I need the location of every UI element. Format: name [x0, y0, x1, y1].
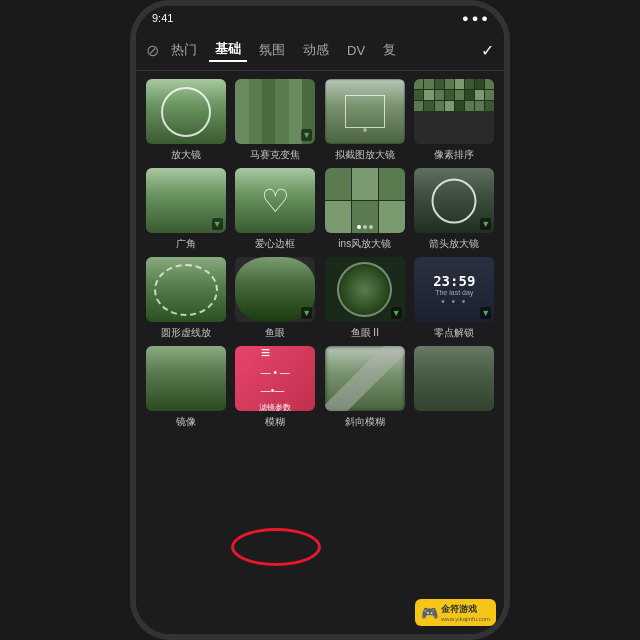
- filter-arrow-thumb: ▼: [414, 168, 494, 233]
- filter-empty-thumb: [414, 346, 494, 411]
- filter-tilt-label: 斜向模糊: [345, 415, 385, 429]
- tab-dv[interactable]: DV: [341, 41, 371, 60]
- filter-circle-dash-label: 圆形虚线放: [161, 326, 211, 340]
- filter-ins-label: ins风放大镜: [338, 237, 391, 251]
- filter-heart[interactable]: ♡ 爱心边框: [234, 168, 318, 251]
- blur-param-label: 滤镜参数: [259, 402, 291, 411]
- filter-crop-label: 拟截图放大镜: [335, 148, 395, 162]
- filter-wide[interactable]: ▼ 广角: [144, 168, 228, 251]
- disable-tab[interactable]: ⊘: [146, 41, 159, 60]
- download-icon2: ▼: [212, 218, 223, 230]
- phone-frame: 9:41 ● ● ● ⊘ 热门 基础 氛围 动感 DV 复 ✓ 放大镜: [130, 0, 510, 640]
- filter-fisheye2[interactable]: ▼ 鱼眼 II: [323, 257, 407, 340]
- filter-ins-thumb: [325, 168, 405, 233]
- filter-unlock-label: 零点解锁: [434, 326, 474, 340]
- filter-fisheye2-label: 鱼眼 II: [351, 326, 379, 340]
- filter-pixel[interactable]: 像素排序: [413, 79, 497, 162]
- filter-arrow-label: 箭头放大镜: [429, 237, 479, 251]
- filter-tabs: ⊘ 热门 基础 氛围 动感 DV 复 ✓: [136, 30, 504, 71]
- filter-mosaic[interactable]: ▼ 马赛克变焦: [234, 79, 318, 162]
- filter-magnify-label: 放大镜: [171, 148, 201, 162]
- tab-hot[interactable]: 热门: [165, 39, 203, 61]
- filter-pixel-thumb: [414, 79, 494, 144]
- download-icon3: ▼: [480, 218, 491, 230]
- filter-crop-thumb: [325, 79, 405, 144]
- filter-wide-label: 广角: [176, 237, 196, 251]
- filter-wide-thumb: ▼: [146, 168, 226, 233]
- status-right: ● ● ●: [462, 12, 488, 24]
- tab-basic[interactable]: 基础: [209, 38, 247, 62]
- clock-time: 23:59: [433, 273, 475, 289]
- filter-heart-thumb: ♡: [235, 168, 315, 233]
- filter-blur-thumb: ≡ — • — —•— 滤镜参数: [235, 346, 315, 411]
- sliders-icon: ≡ — • — —•—: [261, 346, 290, 398]
- tab-atmosphere[interactable]: 氛围: [253, 39, 291, 61]
- filter-mirror-thumb: [146, 346, 226, 411]
- filter-crop-zoom[interactable]: 拟截图放大镜: [323, 79, 407, 162]
- filter-heart-label: 爱心边框: [255, 237, 295, 251]
- filter-blur[interactable]: ≡ — • — —•— 滤镜参数 模糊: [234, 346, 318, 429]
- filter-ins[interactable]: ins风放大镜: [323, 168, 407, 251]
- filter-magnify[interactable]: 放大镜: [144, 79, 228, 162]
- filter-mirror[interactable]: 镜像: [144, 346, 228, 429]
- filter-fisheye[interactable]: ▼ 鱼眼: [234, 257, 318, 340]
- status-left: 9:41: [152, 12, 173, 24]
- watermark-name: 金符游戏: [441, 603, 490, 616]
- filter-pixel-label: 像素排序: [434, 148, 474, 162]
- filter-mosaic-thumb: ▼: [235, 79, 315, 144]
- clock-sub: The last day: [435, 289, 473, 296]
- filter-unlock-thumb: 23:59 The last day • • • ▼: [414, 257, 494, 322]
- tab-more[interactable]: 复: [377, 39, 402, 61]
- filter-grid: 放大镜 ▼ 马赛克变焦 拟截图放大镜: [136, 71, 504, 634]
- filter-circle-dash[interactable]: 圆形虚线放: [144, 257, 228, 340]
- clock-dots: • • •: [441, 296, 467, 307]
- watermark: 🎮 金符游戏 www.yikajinfu.com: [415, 599, 496, 626]
- filter-empty: [413, 346, 497, 429]
- tab-dynamic[interactable]: 动感: [297, 39, 335, 61]
- filter-unlock[interactable]: 23:59 The last day • • • ▼ 零点解锁: [413, 257, 497, 340]
- filter-fisheye-thumb: ▼: [235, 257, 315, 322]
- download-icon: ▼: [301, 129, 312, 141]
- filter-fisheye-label: 鱼眼: [265, 326, 285, 340]
- download-icon4: ▼: [301, 307, 312, 319]
- check-icon[interactable]: ✓: [481, 41, 494, 60]
- filter-fisheye2-thumb: ▼: [325, 257, 405, 322]
- top-bar: 9:41 ● ● ●: [136, 6, 504, 30]
- filter-tilt-thumb: [325, 346, 405, 411]
- filter-tilt[interactable]: 斜向模糊: [323, 346, 407, 429]
- download-icon5: ▼: [391, 307, 402, 319]
- watermark-url: www.yikajinfu.com: [441, 616, 490, 622]
- download-icon6: ▼: [480, 307, 491, 319]
- filter-blur-label: 模糊: [265, 415, 285, 429]
- filter-mirror-label: 镜像: [176, 415, 196, 429]
- filter-arrow[interactable]: ▼ 箭头放大镜: [413, 168, 497, 251]
- filter-mosaic-label: 马赛克变焦: [250, 148, 300, 162]
- filter-circle-dash-thumb: [146, 257, 226, 322]
- filter-magnify-thumb: [146, 79, 226, 144]
